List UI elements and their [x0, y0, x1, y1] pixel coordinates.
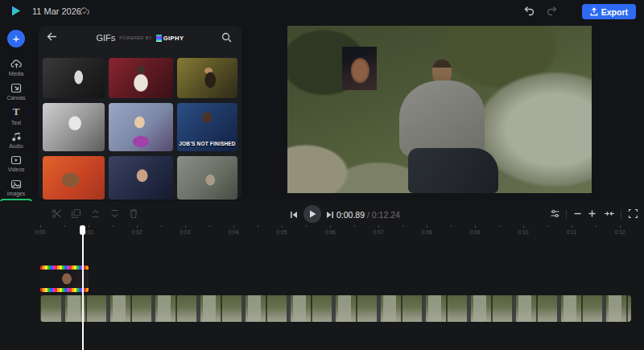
duplicate-icon[interactable] [71, 208, 81, 219]
ruler-label: 0:07 [373, 229, 383, 235]
canvas-resize-icon [10, 83, 22, 93]
sidebar-item-label: Audio [9, 143, 23, 149]
media-upload-icon [10, 59, 23, 69]
giphy-mark-icon [156, 35, 162, 42]
gif-thumbnail-wrestling[interactable] [177, 58, 237, 98]
gif-thumbnail-crowd-man[interactable] [177, 156, 237, 200]
gif-thumbnail-ballerina[interactable] [43, 58, 105, 98]
export-button[interactable]: Export [582, 4, 636, 19]
project-title[interactable]: 11 Mar 2026 [32, 6, 81, 16]
sidebar-item-label: Images [7, 191, 25, 196]
video-subject-jacket [399, 80, 485, 158]
main-video-clip[interactable] [40, 295, 631, 322]
timeline-section: 0:00.89 / 0:12.24 [0, 201, 644, 350]
gif-thumbnail-cartoon-dog[interactable] [43, 156, 105, 200]
sidebar-item-images[interactable]: Images [2, 176, 31, 200]
gif-caption: JOB'S NOT FINISHED [177, 141, 237, 151]
ruler-label: 0:06 [324, 229, 335, 235]
layer-down-icon[interactable] [109, 208, 120, 219]
sidebar-item-label: Text [11, 120, 21, 126]
play-button[interactable] [303, 205, 321, 223]
ruler-label: 0:03 [180, 229, 190, 235]
gif-thumbnail-crying-man[interactable] [109, 156, 173, 200]
ruler-label: 0:00 [35, 229, 45, 235]
timeline-ruler[interactable]: 0:00 0:01 0:02 0:03 0:04 0:05 0:06 0:07 … [0, 225, 644, 240]
gif-overlay-clip[interactable] [40, 266, 89, 292]
gif-thumbnail-crying-boy[interactable] [43, 103, 105, 151]
app-logo-icon [10, 5, 22, 17]
gifs-panel-header: GIFs POWERED BY GIPHY [39, 26, 242, 50]
gif-thumbnail-side-eye-girl[interactable] [109, 103, 173, 151]
gif-thumbnail-basketball[interactable] [109, 58, 173, 98]
cloud-saved-icon [79, 6, 90, 16]
track-settings-icon[interactable] [550, 208, 560, 219]
ruler-label: 0:12 [614, 229, 625, 235]
ruler-label: 0:02 [131, 229, 142, 235]
redo-button[interactable] [546, 6, 558, 16]
fit-timeline-icon[interactable] [604, 208, 615, 219]
sidebar-item-text[interactable]: T Text [2, 104, 31, 127]
ruler-label: 0:09 [469, 229, 480, 235]
skip-to-end-icon[interactable] [326, 211, 334, 219]
divider [621, 210, 621, 220]
layer-up-icon[interactable] [90, 208, 101, 219]
time-display: 0:00.89 / 0:12.24 [336, 210, 400, 220]
top-bar: 11 Mar 2026 Export [0, 0, 644, 23]
text-icon: T [13, 105, 20, 118]
playhead-handle[interactable] [80, 225, 85, 235]
gif-thumbnail-press-conference[interactable]: JOB'S NOT FINISHED [177, 103, 237, 151]
ruler-label: 0:10 [518, 229, 528, 235]
zoom-in-icon[interactable] [588, 208, 597, 219]
sidebar-item-audio[interactable]: Audio [2, 128, 31, 151]
ruler-label: 0:05 [276, 229, 287, 235]
music-note-icon [11, 131, 22, 142]
ruler-label: 0:04 [228, 229, 238, 235]
sidebar-item-label: Media [9, 71, 24, 76]
total-duration: 0:12.24 [372, 210, 400, 220]
search-icon[interactable] [221, 32, 232, 43]
video-preview[interactable] [287, 26, 592, 193]
gifs-panel: GIFs POWERED BY GIPHY JOB'S NOT FINISHED [39, 26, 242, 200]
ruler-label: 0:08 [421, 229, 431, 235]
video-subject-legs [408, 148, 498, 193]
split-icon[interactable] [52, 208, 62, 219]
skip-to-start-icon[interactable] [290, 211, 298, 219]
preview-area [242, 23, 644, 201]
playhead-line [82, 225, 84, 350]
undo-button[interactable] [523, 6, 535, 16]
image-icon [10, 179, 22, 189]
gif-overlay-layer[interactable] [342, 47, 377, 90]
powered-by-label: POWERED BY [119, 35, 151, 40]
divider [566, 210, 567, 220]
add-media-button[interactable]: + [7, 30, 25, 47]
sidebar-item-media[interactable]: Media [2, 56, 31, 79]
current-time: 0:00.89 [336, 210, 365, 220]
video-play-icon [10, 155, 22, 165]
export-upload-icon [590, 7, 598, 16]
sidebar-item-canvas[interactable]: Canvas [2, 80, 31, 103]
sidebar-item-label: Canvas [6, 95, 25, 101]
fullscreen-icon[interactable] [628, 208, 638, 219]
panel-title: GIFs [97, 33, 116, 43]
giphy-logo: GIPHY [156, 35, 184, 42]
ruler-label: 0:11 [567, 229, 577, 235]
delete-icon[interactable] [129, 208, 138, 219]
sidebar-item-label: Videos [8, 167, 25, 172]
sidebar-item-videos[interactable]: Videos [2, 152, 31, 175]
zoom-out-icon[interactable] [573, 208, 582, 219]
